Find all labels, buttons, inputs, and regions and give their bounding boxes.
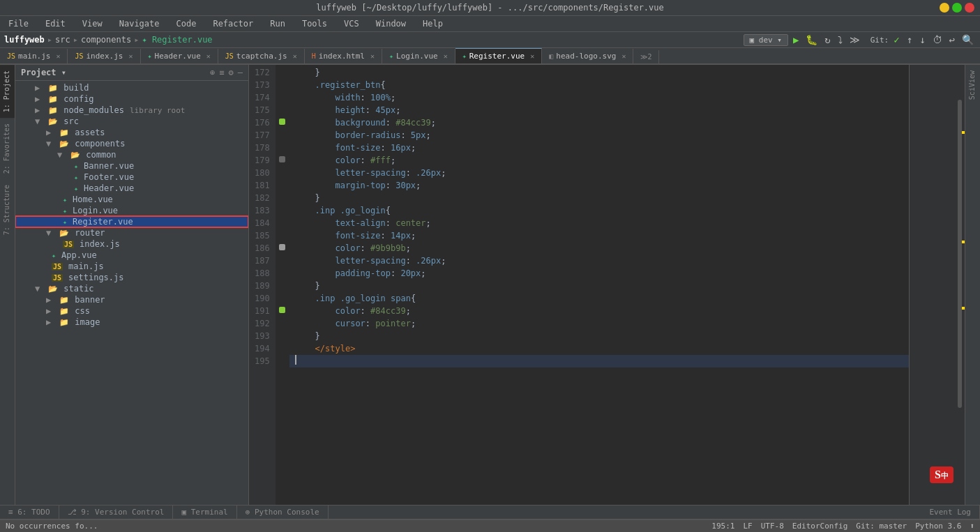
tree-item-css[interactable]: ▶ 📁 css xyxy=(15,305,248,317)
breadcrumb-root[interactable]: luffyweb xyxy=(4,35,45,45)
left-vtab-favorites[interactable]: 2: Favorites xyxy=(0,118,15,179)
svg-icon: ◧ xyxy=(549,52,553,60)
menu-tools[interactable]: Tools xyxy=(299,17,330,30)
menu-help[interactable]: Help xyxy=(420,17,446,30)
search-icon[interactable]: 🔍 xyxy=(960,33,976,46)
tab-header-vue[interactable]: ✦ Header.vue ✕ xyxy=(141,49,218,63)
js-file-icon: JS xyxy=(52,263,63,271)
tab-close-header[interactable]: ✕ xyxy=(206,52,211,60)
git-check-icon[interactable]: ✓ xyxy=(891,33,901,46)
run-icon[interactable]: ▶ xyxy=(791,33,801,46)
menu-navigate[interactable]: Navigate xyxy=(116,17,163,30)
git-history-icon[interactable]: ⏱ xyxy=(930,33,944,46)
menu-view[interactable]: View xyxy=(80,17,105,30)
code-content[interactable]: } .register_btn{ width: 100%; height: 45… xyxy=(289,65,909,505)
tree-item-components[interactable]: ▼ 📂 components xyxy=(15,138,248,149)
refresh-icon[interactable]: ↻ xyxy=(822,33,832,46)
menu-vcs[interactable]: VCS xyxy=(341,17,362,30)
status-line-ending[interactable]: LF xyxy=(743,522,752,531)
minimize-button[interactable] xyxy=(940,3,949,13)
code-line-180: letter-spacing: .26px; xyxy=(289,167,909,179)
project-icon-collapse[interactable]: ≡ xyxy=(219,68,224,77)
tree-item-banner-vue[interactable]: ✦ Banner.vue xyxy=(15,160,248,172)
git-pull-icon[interactable]: ↓ xyxy=(917,33,927,46)
menu-window[interactable]: Window xyxy=(373,17,409,30)
tree-item-footer-vue[interactable]: ✦ Footer.vue xyxy=(15,172,248,183)
bottom-tab-todo[interactable]: ≡ 6: TODO xyxy=(0,506,59,519)
menu-run[interactable]: Run xyxy=(267,17,288,30)
right-vtabs: SciView xyxy=(965,65,980,505)
tree-item-image[interactable]: ▶ 📁 image xyxy=(15,317,248,328)
tree-item-node-modules[interactable]: ▶ 📁 node_modules library root xyxy=(15,105,248,116)
breadcrumb-file[interactable]: ✦ Register.vue xyxy=(142,35,212,45)
tree-item-main-js[interactable]: JS main.js xyxy=(15,261,248,272)
tree-item-router-index-js[interactable]: JS index.js xyxy=(15,238,248,250)
tab-index-html[interactable]: H index.html ✕ xyxy=(305,49,382,63)
vue-file-icon: ✦ xyxy=(63,207,67,215)
more-icon[interactable]: ≫ xyxy=(847,33,862,46)
maximize-button[interactable] xyxy=(952,3,962,13)
tree-item-register-vue[interactable]: ✦ Register.vue xyxy=(15,216,248,227)
tab-tcaptcha-js[interactable]: JS tcaptcha.js ✕ xyxy=(218,49,305,63)
menu-file[interactable]: File xyxy=(6,17,31,30)
git-revert-icon[interactable]: ↩ xyxy=(947,33,957,46)
git-label: Git: xyxy=(870,36,889,45)
code-line-174: width: 100%; xyxy=(289,91,909,104)
tree-item-build[interactable]: ▶ 📁 build xyxy=(15,82,248,93)
breadcrumb-src[interactable]: src xyxy=(55,35,70,45)
tab-more[interactable]: ≫2 xyxy=(633,50,659,63)
tree-item-banner[interactable]: ▶ 📁 banner xyxy=(15,294,248,305)
tab-main-js[interactable]: JS main.js ✕ xyxy=(0,49,68,63)
tab-close-main-js[interactable]: ✕ xyxy=(56,52,60,60)
status-python-version[interactable]: Python 3.6 xyxy=(915,522,961,531)
close-button[interactable] xyxy=(965,3,974,13)
tree-item-app-vue[interactable]: ✦ App.vue xyxy=(15,250,248,261)
dev-dropdown[interactable]: ▣ dev ▾ xyxy=(744,34,788,46)
tree-item-src[interactable]: ▼ 📂 src xyxy=(15,116,248,127)
status-editor-config[interactable]: EditorConfig xyxy=(792,522,847,531)
git-push-icon[interactable]: ↑ xyxy=(905,33,914,46)
menu-code[interactable]: Code xyxy=(174,17,199,30)
menu-edit[interactable]: Edit xyxy=(43,17,68,30)
tree-item-home-vue[interactable]: ✦ Home.vue xyxy=(15,194,248,205)
code-line-182: } xyxy=(289,192,909,204)
tree-item-static[interactable]: ▼ 📂 static xyxy=(15,283,248,294)
menu-refactor[interactable]: Refactor xyxy=(210,17,256,30)
bottom-tab-event-log[interactable]: Event Log xyxy=(921,506,980,519)
bottom-tab-terminal[interactable]: ▣ Terminal xyxy=(173,506,236,519)
tab-close-index-js[interactable]: ✕ xyxy=(128,52,133,60)
status-encoding[interactable]: UTF-8 xyxy=(761,522,784,531)
tab-close-register[interactable]: ✕ xyxy=(530,52,534,60)
project-icon-settings[interactable]: ⚙ xyxy=(229,68,234,77)
code-line-190: .inp .go_login span{ xyxy=(289,292,909,305)
left-vtab-structure[interactable]: 7: Structure xyxy=(0,179,15,241)
tab-register-vue[interactable]: ✦ Register.vue ✕ xyxy=(455,48,543,63)
tree-item-header-vue[interactable]: ✦ Header.vue xyxy=(15,183,248,194)
tab-login-vue[interactable]: ✦ Login.vue ✕ xyxy=(382,49,455,63)
tree-item-common[interactable]: ▼ 📂 common xyxy=(15,149,248,160)
breadcrumb-components[interactable]: components xyxy=(81,35,131,45)
tab-index-js[interactable]: JS index.js ✕ xyxy=(68,49,140,63)
bottom-tab-python-console[interactable]: ⊕ Python Console xyxy=(237,506,329,519)
right-vtab-sciview[interactable]: SciView xyxy=(965,65,980,105)
tab-close-head-logo[interactable]: ✕ xyxy=(621,52,626,60)
bottom-tab-version-control[interactable]: ⎇ 9: Version Control xyxy=(59,506,174,519)
debug-icon[interactable]: 🐛 xyxy=(804,33,820,46)
tree-item-assets[interactable]: ▶ 📁 assets xyxy=(15,127,248,138)
tab-close-login[interactable]: ✕ xyxy=(444,52,448,60)
tree-item-router[interactable]: ▼ 📂 router xyxy=(15,227,248,238)
step-over-icon[interactable]: ⤵ xyxy=(836,33,845,46)
tab-close-index-html[interactable]: ✕ xyxy=(370,52,375,60)
project-icon-minimize[interactable]: – xyxy=(238,68,243,77)
tab-head-logo-svg[interactable]: ◧ head-logo.svg ✕ xyxy=(542,49,633,63)
tree-item-settings-js[interactable]: JS settings.js xyxy=(15,272,248,283)
status-position[interactable]: 195:1 xyxy=(711,522,734,531)
tree-item-login-vue[interactable]: ✦ Login.vue xyxy=(15,205,248,216)
left-vtab-project[interactable]: 1: Project xyxy=(0,65,15,118)
code-editor[interactable]: 172 173 174 175 176 177 178 179 180 181 … xyxy=(249,65,965,505)
tab-close-tcaptcha[interactable]: ✕ xyxy=(293,52,297,60)
status-git-branch[interactable]: Git: master xyxy=(856,522,907,531)
tree-item-config[interactable]: ▶ 📁 config xyxy=(15,93,248,105)
project-icon-globe[interactable]: ⊕ xyxy=(210,68,215,77)
status-upload-icon[interactable]: ⬆ xyxy=(970,522,974,531)
